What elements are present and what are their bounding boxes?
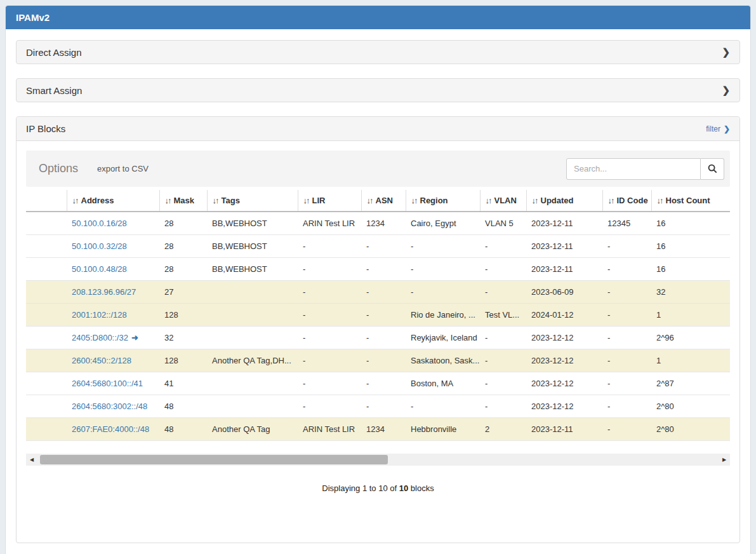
sort-icon: ↓↑ bbox=[608, 196, 614, 205]
table-header-row: ↓↑Address↓↑Mask↓↑Tags↓↑LIR↓↑ASN↓↑Region↓… bbox=[26, 190, 730, 212]
sort-icon: ↓↑ bbox=[303, 196, 309, 205]
ip-blocks-header: IP Blocks filter ❯ bbox=[17, 117, 739, 141]
horizontal-scrollbar[interactable]: ◀ ▶ bbox=[26, 454, 730, 466]
cell-updated: 2023-12-12 bbox=[526, 349, 602, 372]
address-link[interactable]: 2405:D800::/32 bbox=[72, 333, 128, 342]
ip-blocks-body: Options export to CSV bbox=[17, 141, 739, 543]
filter-link[interactable]: filter ❯ bbox=[706, 125, 730, 133]
scrollbar-thumb[interactable] bbox=[40, 455, 388, 464]
cell-mask: 28 bbox=[159, 258, 207, 281]
scroll-right-icon[interactable]: ▶ bbox=[719, 457, 730, 463]
cell-mask: 28 bbox=[159, 212, 207, 235]
export-csv-link[interactable]: export to CSV bbox=[97, 164, 149, 173]
cell-updated: 2023-12-12 bbox=[526, 395, 602, 418]
cell-address: 50.100.0.48/28 bbox=[67, 258, 159, 281]
cell-vlan: - bbox=[480, 258, 526, 281]
cell-region: - bbox=[406, 395, 480, 418]
cell-tags bbox=[207, 281, 298, 304]
cell-address: 208.123.96.96/27 bbox=[67, 281, 159, 304]
app-header: IPAMv2 bbox=[6, 6, 750, 29]
direct-assign-panel[interactable]: Direct Assign ❯ bbox=[16, 40, 740, 64]
cell-lir: - bbox=[298, 372, 361, 395]
cell-mask: 128 bbox=[159, 349, 207, 372]
scroll-left-icon[interactable]: ◀ bbox=[26, 457, 37, 463]
cell-host-count: 16 bbox=[651, 212, 730, 235]
filter-label: filter bbox=[706, 125, 720, 133]
cell-region: Reykjavik, Iceland bbox=[406, 327, 480, 349]
address-link[interactable]: 50.100.0.48/28 bbox=[72, 264, 127, 274]
column-header-address[interactable]: ↓↑Address bbox=[67, 190, 159, 212]
cell-mask: 48 bbox=[159, 418, 207, 441]
address-link[interactable]: 2607:FAE0:4000::/48 bbox=[72, 424, 149, 434]
cell-mask: 27 bbox=[159, 281, 207, 304]
options-title: Options bbox=[39, 162, 78, 175]
cell-region: Cairo, Egypt bbox=[406, 212, 480, 235]
cell-host-count: 2^87 bbox=[651, 372, 730, 395]
cell-spacer bbox=[26, 212, 67, 235]
ip-blocks-label: IP Blocks bbox=[26, 123, 65, 134]
address-link[interactable]: 2604:5680:3002::/48 bbox=[72, 402, 147, 411]
cell-host-count: 16 bbox=[651, 235, 730, 258]
cell-updated: 2023-12-12 bbox=[526, 372, 602, 395]
search-icon bbox=[708, 164, 717, 173]
smart-assign-panel[interactable]: Smart Assign ❯ bbox=[16, 78, 740, 102]
chevron-right-icon: ❯ bbox=[724, 125, 730, 133]
cell-address: 2001:102::/128 bbox=[67, 304, 159, 327]
address-link[interactable]: 2001:102::/128 bbox=[72, 310, 127, 320]
cell-updated: 2023-12-11 bbox=[526, 258, 602, 281]
column-header-asn[interactable]: ↓↑ASN bbox=[361, 190, 406, 212]
cell-lir: - bbox=[298, 395, 361, 418]
cell-spacer bbox=[26, 349, 67, 372]
column-header-spacer bbox=[26, 190, 67, 212]
options-bar: Options export to CSV bbox=[26, 151, 730, 187]
address-link[interactable]: 50.100.0.32/28 bbox=[72, 241, 127, 251]
table-row: 2604:5680:100::/4141--Boston, MA-2023-12… bbox=[26, 372, 730, 395]
table-row: 2600:450::2/128128Another QA Tag,DH...--… bbox=[26, 349, 730, 372]
address-link[interactable]: 50.100.0.16/28 bbox=[72, 219, 127, 228]
app-container: IPAMv2 Direct Assign ❯ Smart Assign ❯ IP… bbox=[5, 5, 751, 554]
cell-updated: 2023-12-11 bbox=[526, 418, 602, 441]
sort-icon: ↓↑ bbox=[657, 196, 663, 205]
table-row: 50.100.0.48/2828BB,WEBHOST----2023-12-11… bbox=[26, 258, 730, 281]
column-header-region[interactable]: ↓↑Region bbox=[406, 190, 480, 212]
ip-blocks-panel: IP Blocks filter ❯ Options export to CSV bbox=[16, 116, 740, 543]
cell-mask: 28 bbox=[159, 235, 207, 258]
cell-region: Saskatoon, Sask... bbox=[406, 349, 480, 372]
cell-spacer bbox=[26, 395, 67, 418]
cell-spacer bbox=[26, 372, 67, 395]
smart-assign-label: Smart Assign bbox=[26, 85, 82, 96]
table-row: 50.100.0.32/2828BB,WEBHOST----2023-12-11… bbox=[26, 235, 730, 258]
cell-updated: 2023-12-11 bbox=[526, 212, 602, 235]
address-link[interactable]: 2604:5680:100::/41 bbox=[72, 379, 143, 388]
cell-asn: - bbox=[361, 304, 406, 327]
cell-id-code: - bbox=[602, 258, 651, 281]
cell-lir: - bbox=[298, 349, 361, 372]
cell-host-count: 1 bbox=[651, 349, 730, 372]
column-header-tags[interactable]: ↓↑Tags bbox=[207, 190, 298, 212]
pagination-total: 10 bbox=[399, 483, 408, 493]
cell-lir: ARIN Test LIR bbox=[298, 212, 361, 235]
column-header-updated[interactable]: ↓↑Updated bbox=[526, 190, 602, 212]
cell-id-code: - bbox=[602, 418, 651, 441]
column-header-host-count[interactable]: ↓↑Host Count bbox=[651, 190, 730, 212]
column-header-mask[interactable]: ↓↑Mask bbox=[159, 190, 207, 212]
column-header-id-code[interactable]: ↓↑ID Code bbox=[602, 190, 651, 212]
sort-icon: ↓↑ bbox=[213, 196, 218, 205]
cell-tags: BB,WEBHOST bbox=[207, 235, 298, 258]
cell-vlan: - bbox=[480, 395, 526, 418]
column-header-vlan[interactable]: ↓↑VLAN bbox=[480, 190, 526, 212]
cell-spacer bbox=[26, 304, 67, 327]
cell-asn: - bbox=[361, 349, 406, 372]
cell-address: 2604:5680:100::/41 bbox=[67, 372, 159, 395]
cell-mask: 41 bbox=[159, 372, 207, 395]
search-button[interactable] bbox=[701, 158, 724, 180]
main-content: Direct Assign ❯ Smart Assign ❯ IP Blocks… bbox=[6, 29, 750, 554]
cell-updated: 2023-12-11 bbox=[526, 235, 602, 258]
cell-tags: BB,WEBHOST bbox=[207, 258, 298, 281]
column-header-lir[interactable]: ↓↑LIR bbox=[298, 190, 361, 212]
sort-icon: ↓↑ bbox=[367, 196, 373, 205]
address-link[interactable]: 2600:450::2/128 bbox=[72, 356, 131, 365]
cell-host-count: 2^96 bbox=[651, 327, 730, 349]
address-link[interactable]: 208.123.96.96/27 bbox=[72, 287, 136, 297]
search-input[interactable] bbox=[566, 158, 701, 180]
